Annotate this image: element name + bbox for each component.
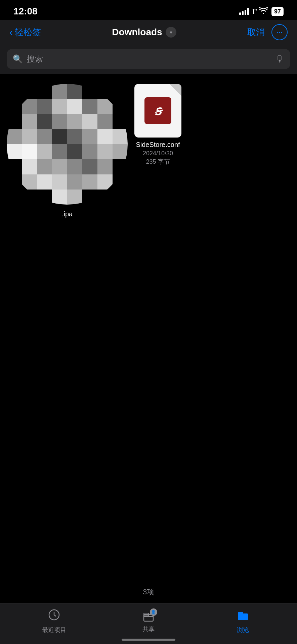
tab-recent-label: 最近项目 [42, 626, 66, 634]
status-time: 12:08 [13, 6, 38, 17]
item-count: 3项 [0, 580, 297, 604]
browse-icon [237, 609, 249, 624]
chevron-down-icon: ▾ [170, 29, 172, 36]
status-icons: 𝚪 97 [239, 7, 284, 16]
recent-icon [48, 609, 60, 624]
back-chevron-icon: ‹ [9, 27, 13, 37]
user-badge-icon: 👤 [151, 610, 156, 614]
signal-icon [239, 8, 249, 15]
nav-actions: 取消 ··· [247, 24, 288, 40]
status-bar: 12:08 𝚪 97 [0, 0, 297, 20]
conf-file[interactable]: ꞩ SideStore.conf 2024/10/30 235 字节 [134, 84, 181, 166]
back-button[interactable]: ‹ 轻松签 [9, 26, 41, 38]
conf-file-icon: ꞩ [134, 84, 181, 138]
wifi-icon: 𝚪 [252, 7, 268, 16]
nav-title: Downloads [112, 27, 162, 38]
search-icon: 🔍 [13, 54, 23, 64]
conf-badge-char: ꞩ [155, 103, 161, 118]
nav-title-group: Downloads ▾ [112, 27, 176, 38]
file-grid: .ipa ꞩ SideStore.conf 2024/10/30 235 字节 [0, 74, 297, 211]
home-indicator [122, 639, 175, 641]
tab-shared-label: 共享 [142, 625, 155, 633]
conf-date: 2024/10/30 [143, 150, 173, 157]
svg-rect-4 [238, 612, 243, 615]
conf-badge: ꞩ [144, 97, 171, 124]
tab-shared[interactable]: 👤 共享 [132, 610, 165, 633]
mic-icon[interactable]: 🎙 [275, 54, 284, 64]
back-label: 轻松签 [15, 26, 41, 38]
conf-size: 235 字节 [146, 158, 170, 166]
search-container: 🔍 搜索 🎙 [0, 44, 297, 74]
ipa-thumbnail [7, 84, 128, 205]
cancel-button[interactable]: 取消 [247, 26, 265, 38]
tab-browse[interactable]: 浏览 [226, 609, 260, 634]
more-options-button[interactable]: ··· [271, 24, 288, 40]
conf-filename: SideStore.conf [136, 141, 180, 149]
tab-bar: 最近项目 👤 共享 浏览 [0, 603, 297, 644]
tab-browse-label: 浏览 [237, 626, 249, 634]
ellipsis-icon: ··· [277, 28, 283, 37]
ipa-file[interactable]: .ipa [7, 84, 128, 205]
nav-bar: ‹ 轻松签 Downloads ▾ 取消 ··· [0, 20, 297, 44]
search-bar[interactable]: 🔍 搜索 🎙 [7, 49, 290, 69]
title-dropdown-button[interactable]: ▾ [166, 27, 176, 38]
shared-icon-wrapper: 👤 [142, 610, 155, 623]
battery-icon: 97 [271, 7, 284, 16]
user-badge: 👤 [150, 608, 157, 616]
search-input[interactable]: 搜索 [27, 54, 271, 64]
ipa-label: .ipa [62, 210, 73, 218]
conf-fold-icon [169, 84, 181, 96]
tab-recent[interactable]: 最近项目 [37, 609, 71, 634]
